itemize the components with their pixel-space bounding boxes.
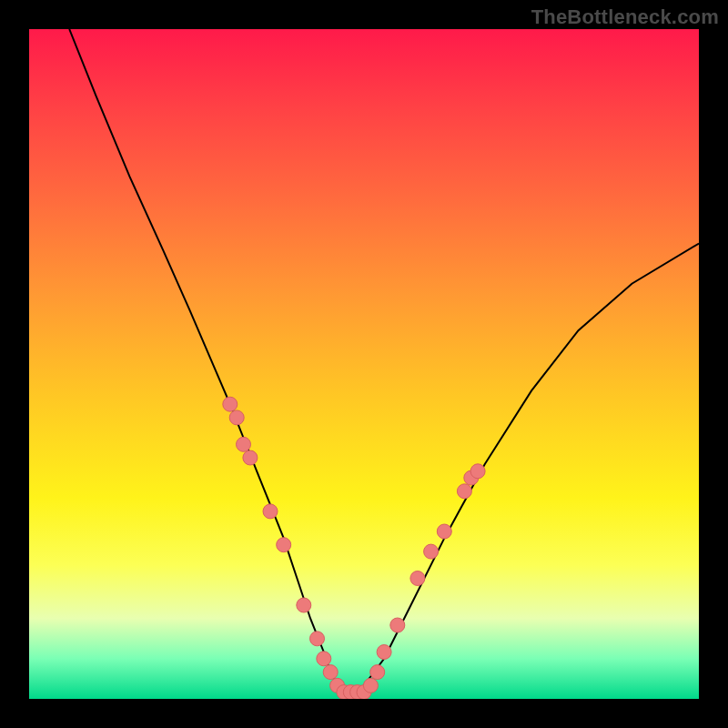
data-marker <box>310 632 325 646</box>
data-marker <box>277 538 291 552</box>
data-marker <box>470 464 485 479</box>
plot-area <box>29 29 699 699</box>
data-marker <box>317 652 331 666</box>
data-marker <box>410 571 425 586</box>
data-marker <box>229 410 244 425</box>
data-marker <box>323 665 338 680</box>
bottleneck-curve <box>69 29 699 693</box>
data-marker <box>424 544 439 559</box>
data-marker <box>437 524 451 539</box>
curve-svg <box>29 29 699 699</box>
data-marker <box>370 665 385 680</box>
data-marker <box>390 618 405 632</box>
chart-stage: TheBottleneck.com <box>0 0 728 728</box>
data-marker <box>297 598 311 612</box>
data-marker <box>237 437 251 451</box>
data-marker <box>223 397 238 411</box>
data-marker <box>363 678 378 693</box>
data-marker <box>377 645 391 660</box>
data-marker <box>263 504 278 519</box>
marker-group <box>223 397 485 699</box>
data-marker <box>243 450 258 465</box>
watermark-text: TheBottleneck.com <box>531 5 719 29</box>
data-marker <box>457 484 471 499</box>
